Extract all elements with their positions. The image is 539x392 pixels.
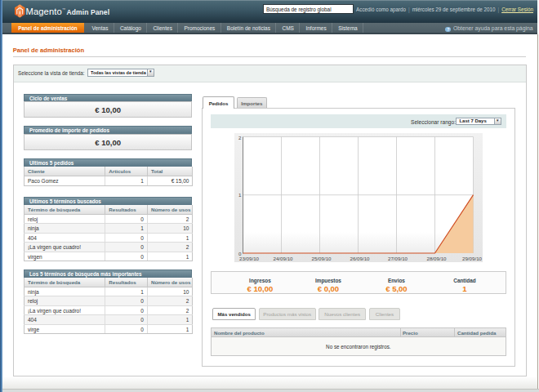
svg-text:1: 1 (238, 192, 242, 198)
svg-text:25/09/10: 25/09/10 (311, 256, 332, 261)
svg-text:2: 2 (238, 135, 242, 140)
svg-text:27/09/10: 27/09/10 (388, 256, 408, 261)
svg-text:26/09/10: 26/09/10 (350, 256, 370, 261)
svg-text:29/09/10: 29/09/10 (462, 256, 483, 261)
svg-text:23/09/10: 23/09/10 (239, 256, 260, 261)
svg-text:24/09/10: 24/09/10 (273, 256, 293, 261)
svg-text:28/09/10: 28/09/10 (426, 256, 447, 261)
